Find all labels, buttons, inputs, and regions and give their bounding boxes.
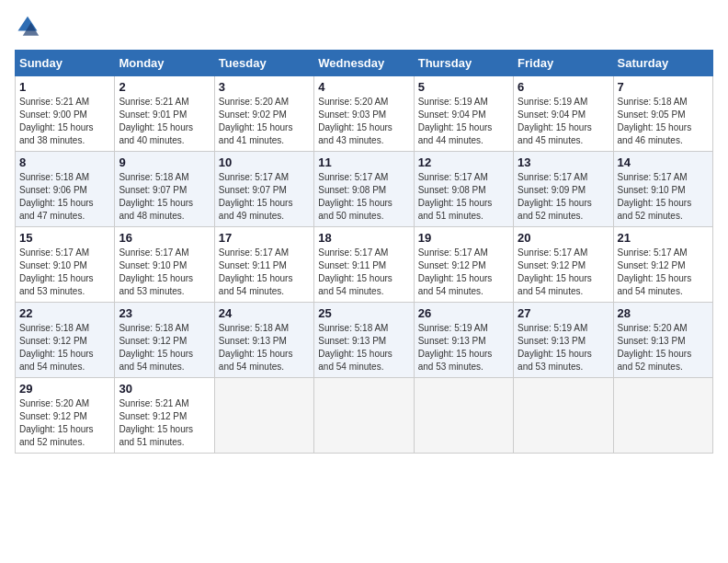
- day-info: Sunrise: 5:21 AM Sunset: 9:00 PM Dayligh…: [19, 96, 110, 147]
- day-info: Sunrise: 5:17 AM Sunset: 9:12 PM Dayligh…: [418, 247, 509, 298]
- calendar-day-cell: 6Sunrise: 5:19 AM Sunset: 9:04 PM Daylig…: [514, 76, 613, 152]
- calendar-day-cell: 7Sunrise: 5:18 AM Sunset: 9:05 PM Daylig…: [613, 76, 712, 152]
- calendar-day-cell: 19Sunrise: 5:17 AM Sunset: 9:12 PM Dayli…: [414, 227, 513, 303]
- day-number: 12: [418, 155, 509, 169]
- day-info: Sunrise: 5:20 AM Sunset: 9:03 PM Dayligh…: [318, 96, 409, 147]
- day-number: 10: [219, 155, 310, 169]
- day-number: 5: [418, 80, 509, 94]
- day-number: 1: [19, 80, 110, 94]
- day-number: 27: [518, 306, 609, 320]
- empty-cell: [514, 378, 613, 454]
- header-thursday: Thursday: [414, 51, 513, 76]
- day-info: Sunrise: 5:19 AM Sunset: 9:13 PM Dayligh…: [418, 322, 509, 373]
- day-info: Sunrise: 5:21 AM Sunset: 9:12 PM Dayligh…: [119, 397, 210, 449]
- day-number: 9: [119, 155, 210, 169]
- day-number: 16: [119, 231, 210, 245]
- day-number: 3: [219, 80, 310, 94]
- calendar-week-row: 29Sunrise: 5:20 AM Sunset: 9:12 PM Dayli…: [16, 378, 713, 454]
- day-info: Sunrise: 5:18 AM Sunset: 9:05 PM Dayligh…: [618, 96, 709, 147]
- day-info: Sunrise: 5:19 AM Sunset: 9:04 PM Dayligh…: [518, 96, 609, 147]
- day-info: Sunrise: 5:17 AM Sunset: 9:10 PM Dayligh…: [618, 171, 709, 223]
- day-info: Sunrise: 5:18 AM Sunset: 9:06 PM Dayligh…: [19, 171, 110, 223]
- calendar-day-cell: 29Sunrise: 5:20 AM Sunset: 9:12 PM Dayli…: [16, 378, 115, 454]
- logo-icon: [15, 15, 40, 40]
- calendar-day-cell: 23Sunrise: 5:18 AM Sunset: 9:12 PM Dayli…: [115, 303, 214, 378]
- day-number: 7: [618, 80, 709, 94]
- day-info: Sunrise: 5:17 AM Sunset: 9:10 PM Dayligh…: [119, 247, 210, 298]
- calendar-day-cell: 9Sunrise: 5:18 AM Sunset: 9:07 PM Daylig…: [115, 152, 214, 227]
- calendar-day-cell: 25Sunrise: 5:18 AM Sunset: 9:13 PM Dayli…: [314, 303, 414, 378]
- day-number: 11: [318, 155, 409, 169]
- day-info: Sunrise: 5:17 AM Sunset: 9:08 PM Dayligh…: [318, 171, 409, 223]
- calendar-day-cell: 21Sunrise: 5:17 AM Sunset: 9:12 PM Dayli…: [613, 227, 712, 303]
- day-info: Sunrise: 5:18 AM Sunset: 9:13 PM Dayligh…: [219, 322, 310, 373]
- calendar-header-row: SundayMondayTuesdayWednesdayThursdayFrid…: [16, 51, 713, 76]
- day-number: 13: [518, 155, 609, 169]
- day-number: 20: [518, 231, 609, 245]
- header-sunday: Sunday: [16, 51, 115, 76]
- day-info: Sunrise: 5:17 AM Sunset: 9:07 PM Dayligh…: [219, 171, 310, 223]
- day-info: Sunrise: 5:21 AM Sunset: 9:01 PM Dayligh…: [119, 96, 210, 147]
- header-tuesday: Tuesday: [214, 51, 313, 76]
- calendar-day-cell: 10Sunrise: 5:17 AM Sunset: 9:07 PM Dayli…: [214, 152, 313, 227]
- logo: [15, 15, 44, 40]
- calendar-day-cell: 20Sunrise: 5:17 AM Sunset: 9:12 PM Dayli…: [514, 227, 613, 303]
- calendar-day-cell: 1Sunrise: 5:21 AM Sunset: 9:00 PM Daylig…: [16, 76, 115, 152]
- day-number: 6: [518, 80, 609, 94]
- calendar-day-cell: 11Sunrise: 5:17 AM Sunset: 9:08 PM Dayli…: [314, 152, 414, 227]
- calendar-day-cell: 15Sunrise: 5:17 AM Sunset: 9:10 PM Dayli…: [16, 227, 115, 303]
- day-info: Sunrise: 5:17 AM Sunset: 9:12 PM Dayligh…: [518, 247, 609, 298]
- calendar-day-cell: 5Sunrise: 5:19 AM Sunset: 9:04 PM Daylig…: [414, 76, 513, 152]
- calendar-day-cell: 14Sunrise: 5:17 AM Sunset: 9:10 PM Dayli…: [613, 152, 712, 227]
- calendar-day-cell: 2Sunrise: 5:21 AM Sunset: 9:01 PM Daylig…: [115, 76, 214, 152]
- day-number: 30: [119, 382, 210, 396]
- header-friday: Friday: [514, 51, 613, 76]
- calendar-table: SundayMondayTuesdayWednesdayThursdayFrid…: [15, 50, 713, 454]
- day-number: 14: [618, 155, 709, 169]
- calendar-day-cell: 27Sunrise: 5:19 AM Sunset: 9:13 PM Dayli…: [514, 303, 613, 378]
- calendar-day-cell: 24Sunrise: 5:18 AM Sunset: 9:13 PM Dayli…: [214, 303, 313, 378]
- day-info: Sunrise: 5:17 AM Sunset: 9:08 PM Dayligh…: [418, 171, 509, 223]
- calendar-week-row: 8Sunrise: 5:18 AM Sunset: 9:06 PM Daylig…: [16, 152, 713, 227]
- empty-cell: [214, 378, 313, 454]
- day-number: 22: [19, 306, 110, 320]
- day-number: 24: [219, 306, 310, 320]
- calendar-day-cell: 12Sunrise: 5:17 AM Sunset: 9:08 PM Dayli…: [414, 152, 513, 227]
- day-info: Sunrise: 5:17 AM Sunset: 9:11 PM Dayligh…: [219, 247, 310, 298]
- calendar-day-cell: 26Sunrise: 5:19 AM Sunset: 9:13 PM Dayli…: [414, 303, 513, 378]
- header-monday: Monday: [115, 51, 214, 76]
- day-number: 21: [618, 231, 709, 245]
- day-info: Sunrise: 5:17 AM Sunset: 9:09 PM Dayligh…: [518, 171, 609, 223]
- day-info: Sunrise: 5:18 AM Sunset: 9:13 PM Dayligh…: [318, 322, 409, 373]
- day-number: 26: [418, 306, 509, 320]
- day-number: 18: [318, 231, 409, 245]
- header-saturday: Saturday: [613, 51, 712, 76]
- calendar-day-cell: 18Sunrise: 5:17 AM Sunset: 9:11 PM Dayli…: [314, 227, 414, 303]
- page-header: [15, 15, 713, 40]
- calendar-week-row: 22Sunrise: 5:18 AM Sunset: 9:12 PM Dayli…: [16, 303, 713, 378]
- day-number: 17: [219, 231, 310, 245]
- day-info: Sunrise: 5:17 AM Sunset: 9:11 PM Dayligh…: [318, 247, 409, 298]
- calendar-week-row: 15Sunrise: 5:17 AM Sunset: 9:10 PM Dayli…: [16, 227, 713, 303]
- header-wednesday: Wednesday: [314, 51, 414, 76]
- day-info: Sunrise: 5:18 AM Sunset: 9:12 PM Dayligh…: [19, 322, 110, 373]
- calendar-day-cell: 13Sunrise: 5:17 AM Sunset: 9:09 PM Dayli…: [514, 152, 613, 227]
- day-number: 4: [318, 80, 409, 94]
- calendar-day-cell: 17Sunrise: 5:17 AM Sunset: 9:11 PM Dayli…: [214, 227, 313, 303]
- day-number: 23: [119, 306, 210, 320]
- day-number: 25: [318, 306, 409, 320]
- day-info: Sunrise: 5:19 AM Sunset: 9:13 PM Dayligh…: [518, 322, 609, 373]
- calendar-week-row: 1Sunrise: 5:21 AM Sunset: 9:00 PM Daylig…: [16, 76, 713, 152]
- day-number: 15: [19, 231, 110, 245]
- day-number: 8: [19, 155, 110, 169]
- calendar-day-cell: 16Sunrise: 5:17 AM Sunset: 9:10 PM Dayli…: [115, 227, 214, 303]
- day-info: Sunrise: 5:17 AM Sunset: 9:10 PM Dayligh…: [19, 247, 110, 298]
- calendar-day-cell: 3Sunrise: 5:20 AM Sunset: 9:02 PM Daylig…: [214, 76, 313, 152]
- day-number: 28: [618, 306, 709, 320]
- day-info: Sunrise: 5:20 AM Sunset: 9:02 PM Dayligh…: [219, 96, 310, 147]
- day-info: Sunrise: 5:18 AM Sunset: 9:07 PM Dayligh…: [119, 171, 210, 223]
- day-info: Sunrise: 5:19 AM Sunset: 9:04 PM Dayligh…: [418, 96, 509, 147]
- day-number: 2: [119, 80, 210, 94]
- day-info: Sunrise: 5:20 AM Sunset: 9:13 PM Dayligh…: [618, 322, 709, 373]
- calendar-day-cell: 4Sunrise: 5:20 AM Sunset: 9:03 PM Daylig…: [314, 76, 414, 152]
